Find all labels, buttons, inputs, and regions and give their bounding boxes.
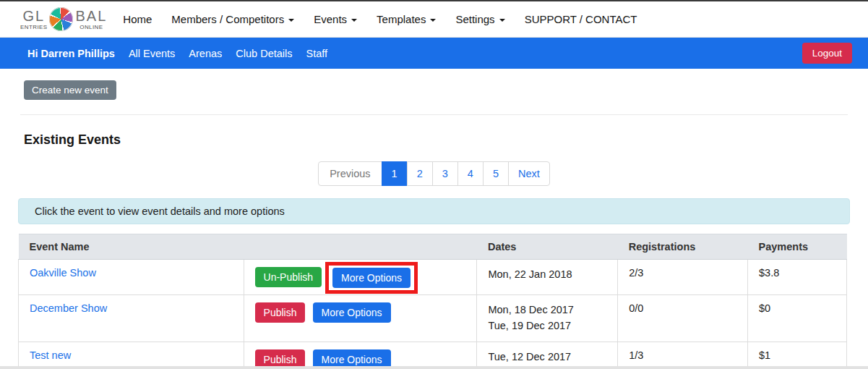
top-nav-items: Home Members / Competitors Events Templa…	[123, 13, 637, 25]
publish-button[interactable]: Publish	[255, 302, 306, 323]
event-date: Tue, 12 Dec 2017	[488, 349, 606, 365]
pagination-previous[interactable]: Previous	[318, 161, 382, 186]
nav-support-label: SUPPORT / CONTACT	[525, 13, 637, 25]
subnav-all-events[interactable]: All Events	[129, 48, 175, 59]
header-actions	[244, 234, 477, 260]
nav-support-contact[interactable]: SUPPORT / CONTACT	[525, 13, 637, 25]
chevron-down-icon	[351, 19, 357, 22]
table-row[interactable]: Oakville Show Un-Publish More Options Mo…	[19, 260, 847, 295]
nav-home[interactable]: Home	[123, 13, 152, 25]
subnav-club-details[interactable]: Club Details	[236, 48, 292, 59]
pagination-next[interactable]: Next	[508, 161, 550, 186]
logo[interactable]: GL ENTRIES BAL ONLINE	[20, 7, 107, 31]
nav-events-label: Events	[314, 13, 347, 25]
nav-members-label: Members / Competitors	[171, 13, 284, 25]
event-date: Tue, 19 Dec 2017	[488, 318, 606, 334]
nav-home-label: Home	[123, 13, 152, 25]
user-greeting: Hi Darren Phillips	[27, 48, 115, 59]
pagination-page-3[interactable]: 3	[432, 161, 458, 186]
header-dates: Dates	[477, 234, 618, 260]
chevron-down-icon	[499, 19, 505, 22]
create-new-event-button[interactable]: Create new event	[24, 80, 116, 100]
event-date: Mon, 18 Dec 2017	[488, 302, 606, 318]
header-event-name: Event Name	[19, 234, 244, 260]
registrations-value: 2/3	[618, 260, 748, 295]
globe-icon	[49, 7, 73, 31]
unpublish-button[interactable]: Un-Publish	[255, 267, 322, 287]
logo-entries: ENTRIES	[20, 24, 47, 30]
events-table: Event Name Dates Registrations Payments …	[18, 234, 847, 369]
payments-value: $1	[748, 342, 847, 369]
table-row[interactable]: Test new Publish More Options Tue, 12 De…	[19, 342, 847, 369]
more-options-button[interactable]: More Options	[313, 302, 391, 323]
logo-right-text: BAL ONLINE	[75, 9, 107, 30]
page-title: Existing Events	[24, 132, 868, 148]
event-name-link[interactable]: Test new	[30, 349, 71, 361]
chevron-down-icon	[430, 19, 436, 22]
logo-online: ONLINE	[80, 24, 103, 30]
subnav-arenas[interactable]: Arenas	[189, 48, 222, 59]
nav-settings[interactable]: Settings	[455, 13, 504, 25]
pagination-page-1[interactable]: 1	[382, 161, 408, 186]
event-name-link[interactable]: December Show	[30, 302, 107, 314]
window-bottom-edge	[0, 366, 868, 369]
pagination: Previous 1 2 3 4 5 Next	[318, 161, 550, 186]
header-registrations: Registrations	[618, 234, 748, 260]
payments-value: $0	[748, 295, 847, 342]
nav-templates-label: Templates	[377, 13, 426, 25]
nav-settings-label: Settings	[455, 13, 494, 25]
payments-value: $3.8	[748, 260, 847, 295]
registrations-value: 1/3	[618, 342, 748, 369]
more-options-button[interactable]: More Options	[332, 268, 411, 288]
nav-members-competitors[interactable]: Members / Competitors	[171, 13, 294, 25]
pagination-page-2[interactable]: 2	[407, 161, 433, 186]
header-payments: Payments	[748, 234, 847, 260]
table-row[interactable]: December Show Publish More Options Mon, …	[19, 295, 847, 342]
logout-button[interactable]: Logout	[802, 43, 852, 64]
table-header-row: Event Name Dates Registrations Payments	[19, 234, 847, 260]
event-date: Mon, 22 Jan 2018	[488, 267, 606, 283]
logo-left-text: GL ENTRIES	[20, 9, 47, 30]
subnav-staff[interactable]: Staff	[306, 48, 327, 59]
sub-navbar: Hi Darren Phillips All Events Arenas Clu…	[0, 38, 868, 69]
nav-events[interactable]: Events	[314, 13, 357, 25]
pagination-page-5[interactable]: 5	[483, 161, 509, 186]
pagination-page-4[interactable]: 4	[457, 161, 484, 186]
chevron-down-icon	[288, 19, 294, 22]
event-name-link[interactable]: Oakville Show	[30, 267, 96, 279]
nav-templates[interactable]: Templates	[377, 13, 436, 25]
logo-gl: GL	[22, 9, 45, 24]
logo-bal: BAL	[75, 9, 107, 24]
pagination-container: Previous 1 2 3 4 5 Next	[0, 161, 868, 186]
top-navbar: GL ENTRIES BAL ONLINE Home Members / Com…	[0, 1, 868, 38]
info-banner: Click the event to view event details an…	[18, 198, 850, 224]
registrations-value: 0/0	[618, 295, 748, 342]
divider	[20, 114, 848, 115]
annotation-highlight-box: More Options	[325, 262, 418, 294]
